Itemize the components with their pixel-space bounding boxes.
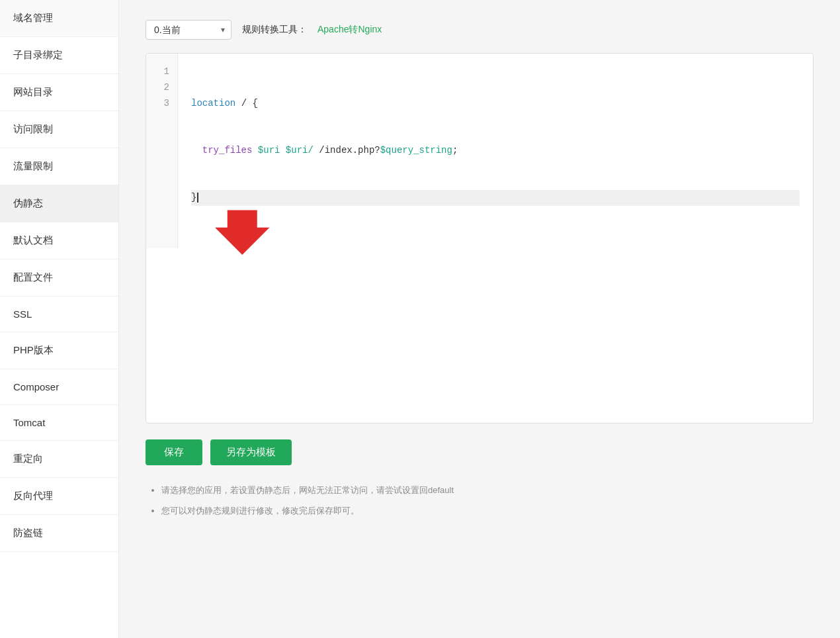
button-row: 保存 另存为模板 <box>146 439 814 465</box>
code-line-3: } <box>191 190 800 206</box>
sidebar-item-defaultdoc[interactable]: 默认文档 <box>0 222 118 259</box>
tip-1: 请选择您的应用，若设置伪静态后，网站无法正常访问，请尝试设置回default <box>161 484 814 498</box>
rule-converter-label: 规则转换工具： <box>242 24 307 36</box>
sidebar-item-tomcat[interactable]: Tomcat <box>0 405 118 441</box>
sidebar-item-php[interactable]: PHP版本 <box>0 332 118 369</box>
rule-converter-link[interactable]: Apache转Nginx <box>317 24 382 36</box>
line-number-2: 2 <box>154 80 169 96</box>
sidebar-item-proxy[interactable]: 反向代理 <box>0 478 118 515</box>
rewrite-template-select[interactable]: 0.当前 <box>146 20 231 40</box>
code-line-2: try_files $uri $uri/ /index.php?$query_s… <box>191 143 800 159</box>
save-as-template-button[interactable]: 另存为模板 <box>210 439 292 465</box>
sidebar-item-redirect[interactable]: 重定向 <box>0 441 118 478</box>
sidebar-item-sitedir[interactable]: 网站目录 <box>0 74 118 111</box>
code-lines[interactable]: location / { try_files $uri $uri/ /index… <box>178 54 813 248</box>
line-numbers: 1 2 3 <box>146 54 178 248</box>
save-button[interactable]: 保存 <box>146 439 202 465</box>
sidebar-item-composer[interactable]: Composer <box>0 369 118 405</box>
sidebar-item-ssl[interactable]: SSL <box>0 296 118 332</box>
sidebar-item-traffic[interactable]: 流量限制 <box>0 148 118 185</box>
sidebar: 域名管理 子目录绑定 网站目录 访问限制 流量限制 伪静态 默认文档 配置文件 … <box>0 0 119 638</box>
sidebar-item-rewrite[interactable]: 伪静态 <box>0 185 118 222</box>
sidebar-item-antichain[interactable]: 防盗链 <box>0 515 118 552</box>
line-number-1: 1 <box>154 64 169 80</box>
sidebar-item-domain[interactable]: 域名管理 <box>0 0 118 37</box>
line-number-3: 3 <box>154 96 169 112</box>
sidebar-item-access[interactable]: 访问限制 <box>0 111 118 148</box>
main-content: 0.当前 规则转换工具： Apache转Nginx 1 2 3 location… <box>119 0 840 638</box>
tip-2: 您可以对伪静态规则进行修改，修改完后保存即可。 <box>161 504 814 518</box>
sidebar-item-configfile[interactable]: 配置文件 <box>0 259 118 296</box>
code-line-1: location / { <box>191 96 800 112</box>
sidebar-item-subdir[interactable]: 子目录绑定 <box>0 37 118 74</box>
code-editor[interactable]: 1 2 3 location / { try_files $uri $uri/ … <box>146 53 814 424</box>
tips-list: 请选择您的应用，若设置伪静态后，网站无法正常访问，请尝试设置回default 您… <box>146 484 814 518</box>
rewrite-template-select-wrapper[interactable]: 0.当前 <box>146 20 231 40</box>
toolbar: 0.当前 规则转换工具： Apache转Nginx <box>146 20 814 40</box>
